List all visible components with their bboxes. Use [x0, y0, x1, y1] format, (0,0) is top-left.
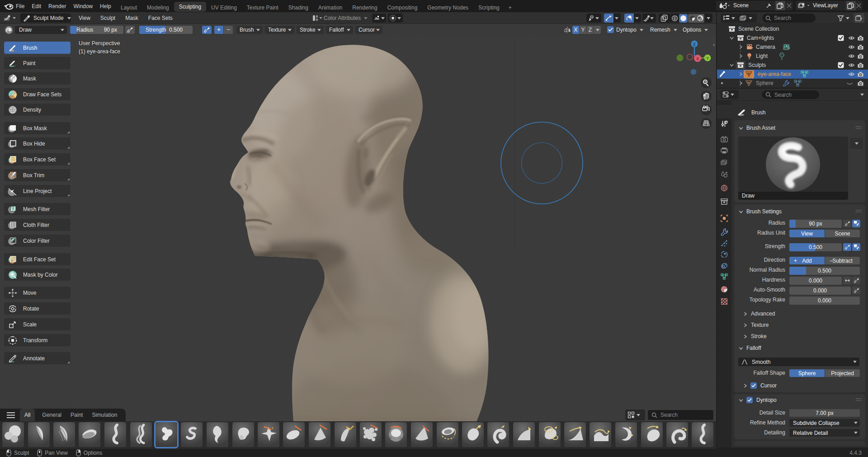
svg-text:Z: Z [693, 42, 696, 47]
svg-text:X: X [696, 57, 699, 61]
svg-text:‹: ‹ [713, 41, 715, 48]
svg-text:Y: Y [706, 56, 709, 61]
